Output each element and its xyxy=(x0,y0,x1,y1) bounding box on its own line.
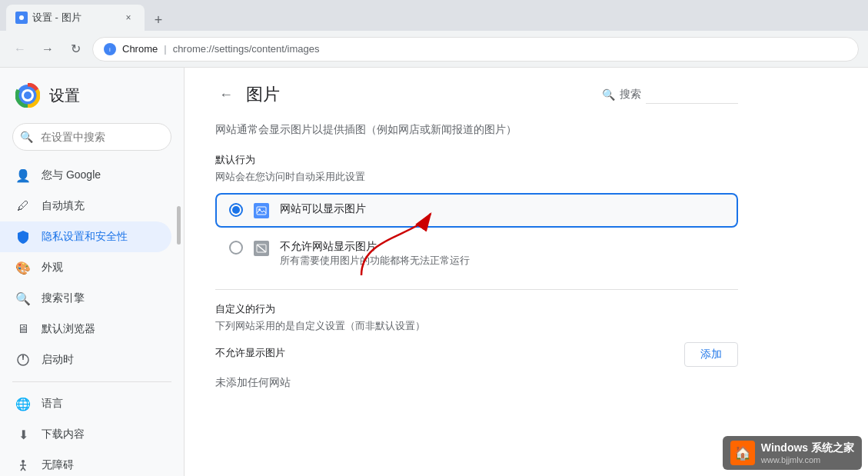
tab-strip: 设置 - 图片 × + xyxy=(6,0,169,31)
url-brand: Chrome xyxy=(122,43,158,55)
svg-point-10 xyxy=(22,460,25,463)
shield-icon xyxy=(15,229,31,245)
sidebar-label-startup: 启动时 xyxy=(42,353,74,367)
block-images-label: 不允许网站显示图片 xyxy=(280,240,724,254)
new-tab-button[interactable]: + xyxy=(148,9,169,31)
page-search-icon: 🔍 xyxy=(602,88,615,101)
sidebar-label-accessibility: 无障碍 xyxy=(42,458,74,472)
sidebar-label-language: 语言 xyxy=(42,397,63,411)
page-description: 网站通常会显示图片以提供插图（例如网店或新闻报道的图片） xyxy=(215,121,738,138)
sidebar-item-appearance[interactable]: 🎨 外观 xyxy=(0,252,171,283)
watermark-icon: 🏠 xyxy=(730,441,755,465)
section-divider xyxy=(215,289,738,290)
watermark-text: Windows 系统之家 www.bjjmlv.com xyxy=(761,441,854,464)
default-behavior-label: 默认行为 xyxy=(215,153,738,167)
sidebar-scrollbar[interactable] xyxy=(177,206,181,245)
title-bar: 设置 - 图片 × + xyxy=(0,0,868,31)
tab-close-button[interactable]: × xyxy=(121,11,135,25)
svg-point-1 xyxy=(19,15,24,20)
default-behavior-sub: 网站会在您访问时自动采用此设置 xyxy=(215,170,738,184)
block-images-sub: 所有需要使用图片的功能都将无法正常运行 xyxy=(280,254,724,268)
person-icon: 👤 xyxy=(15,168,31,183)
custom-behavior-sub: 下列网站采用的是自定义设置（而非默认设置） xyxy=(215,319,738,333)
page-search-label: 搜索 xyxy=(620,88,641,102)
settings-search-bar[interactable]: 🔍 xyxy=(12,123,171,151)
watermark-site-name: Windows 系统之家 xyxy=(761,441,854,455)
appearance-icon: 🎨 xyxy=(15,260,31,275)
language-icon: 🌐 xyxy=(15,396,31,411)
sidebar-label-download: 下载内容 xyxy=(42,428,85,441)
block-radio-button[interactable] xyxy=(229,241,243,255)
disallow-label: 不允许显示图片 xyxy=(215,346,285,360)
search-icon: 🔍 xyxy=(20,131,33,143)
svg-line-18 xyxy=(257,245,266,252)
page-header: ← 图片 🔍 搜索 xyxy=(215,83,738,112)
page-search: 🔍 搜索 xyxy=(602,85,738,104)
url-domain: chrome://settings/content/images xyxy=(173,43,320,55)
forward-button[interactable]: → xyxy=(37,38,58,60)
chrome-logo-icon xyxy=(15,83,40,108)
sidebar-item-accessibility[interactable]: 无障碍 xyxy=(0,450,171,476)
sidebar-item-autofill[interactable]: 🖊 自动填充 xyxy=(0,191,171,221)
allow-radio-button[interactable] xyxy=(229,203,243,217)
settings-search-input[interactable] xyxy=(12,123,171,151)
sidebar-label-privacy: 隐私设置和安全性 xyxy=(42,230,128,244)
search-engine-icon: 🔍 xyxy=(15,291,31,306)
sidebar-label-appearance: 外观 xyxy=(42,261,63,275)
content-inner: ← 图片 🔍 搜索 网站通常会显示图片以提供插图（例如网店或新闻报道的图片） 默… xyxy=(185,68,769,411)
blocked-images-icon xyxy=(254,241,269,256)
url-separator: | xyxy=(164,43,166,55)
images-icon xyxy=(254,203,269,218)
custom-behavior-label: 自定义的行为 xyxy=(215,302,738,316)
empty-state: 未添加任何网站 xyxy=(215,370,738,396)
address-bar: ← → ↻ i Chrome | chrome://settings/conte… xyxy=(0,31,868,68)
settings-header: 设置 xyxy=(0,74,184,117)
default-behavior-section: 默认行为 网站会在您访问时自动采用此设置 网站可以显示图片 xyxy=(215,153,738,277)
reload-button[interactable]: ↻ xyxy=(65,38,86,60)
settings-title: 设置 xyxy=(49,85,80,106)
disallow-header: 不允许显示图片 添加 xyxy=(215,342,738,367)
block-images-option[interactable]: 不允许网站显示图片 所有需要使用图片的功能都将无法正常运行 xyxy=(215,231,738,277)
svg-line-14 xyxy=(23,468,25,471)
browser-icon: 🖥 xyxy=(15,321,31,337)
sidebar-divider xyxy=(12,381,171,382)
sidebar-item-browser[interactable]: 🖥 默认浏览器 xyxy=(0,314,171,345)
sidebar-item-language[interactable]: 🌐 语言 xyxy=(0,388,171,419)
sidebar-item-privacy[interactable]: 隐私设置和安全性 xyxy=(0,221,171,252)
add-button[interactable]: 添加 xyxy=(684,342,738,367)
svg-rect-15 xyxy=(257,207,266,215)
back-button[interactable]: ← xyxy=(9,38,31,60)
sidebar-item-google[interactable]: 👤 您与 Google xyxy=(0,160,171,191)
svg-point-6 xyxy=(24,92,32,99)
custom-behavior-section: 自定义的行为 下列网站采用的是自定义设置（而非默认设置） 不允许显示图片 添加 … xyxy=(215,302,738,396)
sidebar-label-autofill: 自动填充 xyxy=(42,199,85,213)
back-button[interactable]: ← xyxy=(215,84,237,105)
main-layout: 设置 🔍 👤 您与 Google 🖊 自动填充 隐私设置和安全性 🎨 外观 � xyxy=(0,68,868,476)
startup-icon xyxy=(15,352,31,368)
watermark: 🏠 Windows 系统之家 www.bjjmlv.com xyxy=(723,436,862,470)
page-header-left: ← 图片 xyxy=(215,83,280,106)
sidebar-label-google: 您与 Google xyxy=(42,168,101,182)
svg-text:i: i xyxy=(109,46,111,53)
sidebar-label-search: 搜索引擎 xyxy=(42,291,85,305)
sidebar-item-search[interactable]: 🔍 搜索引擎 xyxy=(0,283,171,314)
tab-favicon xyxy=(15,12,28,24)
tab-title: 设置 - 图片 xyxy=(32,11,81,25)
url-bar[interactable]: i Chrome | chrome://settings/content/ima… xyxy=(92,37,859,62)
sidebar: 设置 🔍 👤 您与 Google 🖊 自动填充 隐私设置和安全性 🎨 外观 � xyxy=(0,68,185,476)
watermark-site-url: www.bjjmlv.com xyxy=(761,455,854,464)
content-area: ← 图片 🔍 搜索 网站通常会显示图片以提供插图（例如网店或新闻报道的图片） 默… xyxy=(185,68,868,476)
site-info-icon: i xyxy=(104,43,116,55)
active-tab[interactable]: 设置 - 图片 × xyxy=(6,5,145,31)
block-images-label-group: 不允许网站显示图片 所有需要使用图片的功能都将无法正常运行 xyxy=(280,240,724,268)
sidebar-item-download[interactable]: ⬇ 下载内容 xyxy=(0,419,171,450)
page-search-line xyxy=(646,85,738,104)
allow-images-option[interactable]: 网站可以显示图片 xyxy=(215,193,738,228)
autofill-icon: 🖊 xyxy=(15,198,31,214)
allow-images-label: 网站可以显示图片 xyxy=(280,202,366,216)
sidebar-label-browser: 默认浏览器 xyxy=(42,322,95,336)
download-icon: ⬇ xyxy=(15,427,31,442)
sidebar-item-startup[interactable]: 启动时 xyxy=(0,345,171,375)
page-title: 图片 xyxy=(246,83,280,106)
accessibility-icon xyxy=(15,458,31,473)
